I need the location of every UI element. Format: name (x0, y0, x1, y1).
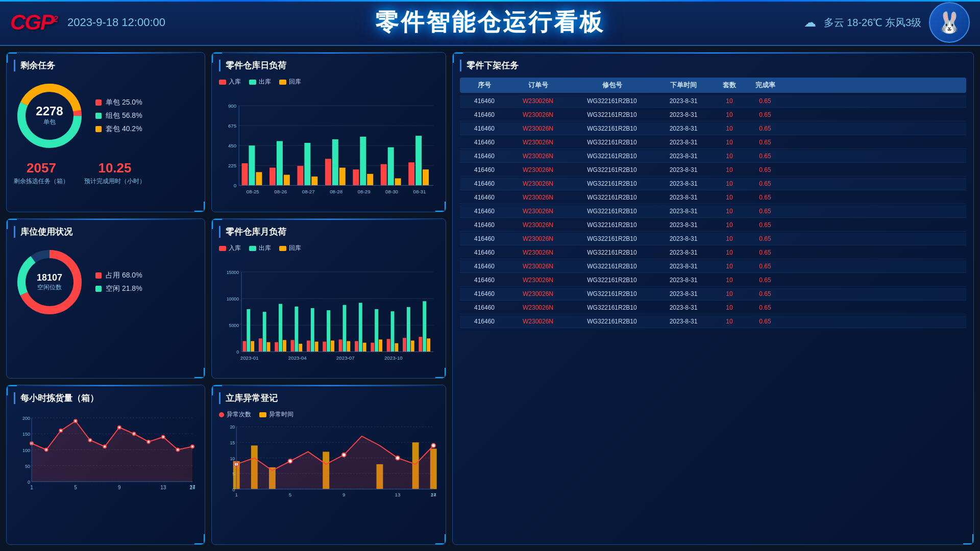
cell-qty: 10 (714, 221, 745, 229)
svg-rect-89 (423, 301, 426, 352)
cell-qty: 10 (714, 235, 745, 242)
svg-text:9: 9 (342, 492, 345, 497)
cell-order: W230026N (507, 97, 569, 105)
cell-order: W230026N (507, 277, 569, 284)
svg-point-145 (288, 459, 292, 463)
stat-time: 10.25 预计完成用时（小时） (84, 160, 145, 186)
picks-label: 剩余拣选任务（箱） (14, 177, 69, 186)
table-row: 416460 W230026N WG322161R2B10 2023-8-31 … (460, 260, 966, 273)
panel-title-remaining: 剩余任务 (14, 60, 198, 71)
cell-rate: 0.65 (747, 318, 783, 325)
svg-rect-22 (297, 166, 303, 185)
main-grid: 剩余任务 2278 单包 (0, 46, 980, 551)
cell-rate: 0.65 (747, 125, 783, 132)
cell-rate: 0.65 (747, 139, 783, 146)
time-value: 10.25 (84, 160, 145, 176)
svg-rect-80 (375, 309, 378, 352)
svg-rect-35 (388, 147, 394, 186)
cell-date: 2023-8-31 (655, 221, 712, 229)
svg-text:10000: 10000 (227, 296, 239, 302)
svg-text:450: 450 (228, 143, 237, 148)
monthly-load-title: 零件仓库月负荷 (219, 226, 438, 238)
cell-date: 2023-8-31 (655, 208, 712, 215)
cell-repair: WG322161R2B10 (571, 277, 653, 284)
cell-qty: 10 (714, 318, 745, 325)
svg-rect-83 (391, 311, 395, 352)
svg-rect-24 (311, 177, 317, 185)
cell-order: W230026N (507, 166, 569, 173)
svg-text:5: 5 (74, 485, 77, 490)
table-body: 416460 W230026N WG322161R2B10 2023-8-31 … (460, 95, 966, 328)
cell-qty: 10 (714, 304, 745, 311)
svg-rect-14 (242, 163, 248, 185)
cell-order: W230026N (507, 235, 569, 242)
abnormal-legend: 异常次数 异常时间 (219, 410, 438, 419)
cell-qty: 10 (714, 153, 745, 160)
cell-rate: 0.65 (747, 290, 783, 297)
cell-date: 2023-8-31 (655, 139, 712, 146)
svg-text:08-30: 08-30 (385, 189, 399, 194)
cell-date: 2023-8-31 (655, 304, 712, 311)
task-count: 2278 (36, 105, 63, 118)
warehouse-donut-center: 18107 空闲位数 (37, 273, 62, 292)
svg-rect-86 (407, 307, 410, 352)
svg-rect-78 (363, 343, 366, 352)
svg-rect-69 (315, 342, 318, 352)
cell-order: W230026N (507, 111, 569, 118)
panel-monthly-load: 零件仓库月负荷 入库 出库 回库 0500010000150002023-012… (211, 218, 446, 379)
cell-rate: 0.65 (747, 111, 783, 118)
svg-text:5: 5 (289, 492, 292, 497)
table-header: 序号 订单号 修包号 下单时间 套数 完成率 (460, 78, 966, 93)
svg-text:50: 50 (25, 464, 30, 469)
cell-order: W230026N (507, 290, 569, 297)
legend-item-2: 套包 40.2% (95, 124, 142, 134)
cell-repair: WG322161R2B10 (571, 194, 653, 201)
svg-text:13: 13 (160, 485, 166, 490)
table-row: 416460 W230026N WG322161R2B10 2023-8-31 … (460, 136, 966, 149)
svg-text:150: 150 (22, 432, 30, 437)
svg-rect-71 (327, 310, 330, 352)
cell-qty: 10 (714, 111, 745, 118)
warehouse-legend-0: 占用 68.0% (95, 271, 142, 280)
panel-remaining-tasks: 剩余任务 2278 单包 (6, 52, 205, 212)
svg-text:225: 225 (228, 163, 237, 168)
svg-rect-75 (347, 341, 350, 352)
cell-seq: 416460 (464, 208, 505, 215)
panel-abnormal: 立库异常登记 异常次数 异常时间 05101520159131724 (211, 385, 446, 545)
svg-rect-66 (299, 344, 302, 352)
table-row: 416460 W230026N WG322161R2B10 2023-8-31 … (460, 191, 966, 204)
donut-container-tasks: 2278 单包 单包 25.0% 组包 56.8% 套包 40.2% (14, 78, 198, 154)
cell-repair: WG322161R2B10 (571, 208, 653, 215)
hourly-line-chart: 050100150200159131724 (14, 410, 198, 497)
cell-rate: 0.65 (747, 194, 783, 201)
cell-repair: WG322161R2B10 (571, 111, 653, 118)
svg-rect-62 (279, 304, 282, 352)
cell-qty: 10 (714, 194, 745, 201)
svg-rect-38 (408, 162, 414, 185)
monthly-bar-chart: 0500010000150002023-012023-042023-072023… (219, 255, 438, 379)
cell-date: 2023-8-31 (655, 194, 712, 201)
table-row: 416460 W230026N WG322161R2B10 2023-8-31 … (460, 164, 966, 177)
cell-seq: 416460 (464, 97, 505, 105)
weather-icon: ☁ (804, 15, 816, 30)
svg-text:24: 24 (189, 485, 195, 490)
cell-seq: 416460 (464, 111, 505, 118)
svg-rect-81 (379, 339, 382, 352)
cell-date: 2023-8-31 (655, 277, 712, 284)
cell-repair: WG322161R2B10 (571, 125, 653, 132)
cell-rate: 0.65 (747, 153, 783, 160)
svg-rect-67 (307, 341, 310, 352)
svg-text:08-28: 08-28 (330, 189, 342, 194)
svg-text:15: 15 (230, 440, 235, 445)
svg-text:5000: 5000 (229, 323, 239, 328)
svg-rect-60 (267, 342, 271, 352)
cell-date: 2023-8-31 (655, 153, 712, 160)
cell-repair: WG322161R2B10 (571, 180, 653, 187)
svg-rect-32 (367, 174, 373, 186)
svg-rect-27 (332, 139, 338, 185)
svg-text:08-31: 08-31 (413, 189, 426, 194)
cell-qty: 10 (714, 263, 745, 270)
cell-qty: 10 (714, 139, 745, 146)
cell-seq: 416460 (464, 249, 505, 256)
cell-rate: 0.65 (747, 97, 783, 105)
